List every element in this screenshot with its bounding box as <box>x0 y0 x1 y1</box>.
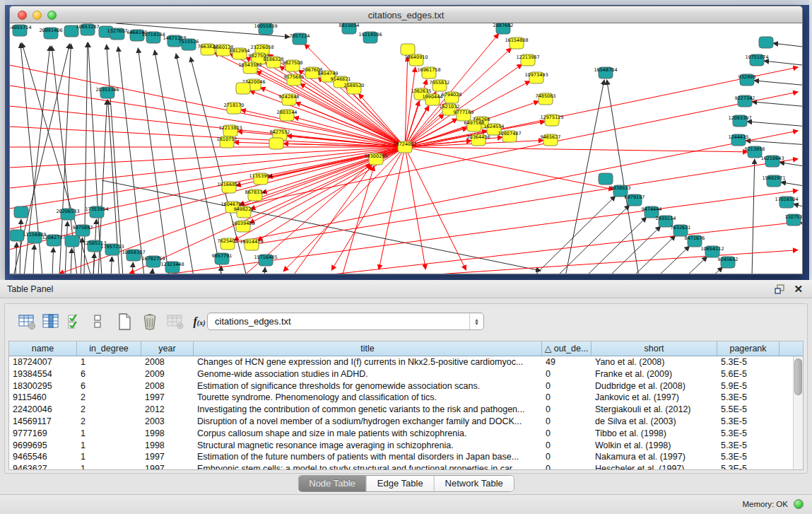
graph-node-label: 11353994 <box>249 173 272 179</box>
graph-node[interactable] <box>401 44 415 55</box>
select-columns-icon[interactable] <box>40 311 61 332</box>
table-browser: f(x) citations_edges.txt ▲▼ namein_degre… <box>4 303 808 474</box>
network-desktop: citations_edges.txt 14055714208914061065… <box>0 0 812 280</box>
table-cell: 1998 <box>141 428 194 440</box>
table-row[interactable]: 1938455462009Genome-wide association stu… <box>9 368 803 380</box>
graph-node-label: 10958107 <box>122 250 145 255</box>
table-settings-icon[interactable] <box>16 311 37 332</box>
graph-edge <box>752 102 802 107</box>
table-cell: 0 <box>542 451 592 463</box>
close-panel-icon[interactable]: ✕ <box>794 283 803 296</box>
graph-node-label: 9474444 <box>642 206 662 212</box>
graph-node-label: 7515526 <box>179 39 199 45</box>
table-row[interactable]: 969969511998Structural magnetic resonanc… <box>9 440 803 452</box>
column-header-name[interactable]: name <box>9 341 77 356</box>
table-cell: Tourette syndrome. Phenomenology and cla… <box>194 392 542 404</box>
graph-edge <box>794 204 802 208</box>
table-cell: 5.3E-5 <box>717 392 779 404</box>
table-cell: 2 <box>77 416 141 428</box>
new-document-icon[interactable] <box>114 311 135 332</box>
application-window: citations_edges.txt 14055714208914061065… <box>0 0 812 514</box>
table-cell: Genome-wide association studies in ADHD. <box>194 368 542 380</box>
table-row[interactable]: 2242004622012Investigating the contribut… <box>9 404 803 416</box>
table-cell: 5.3E-5 <box>717 440 779 452</box>
graph-node[interactable] <box>236 83 250 94</box>
table-cell: 1 <box>77 356 141 368</box>
graph-node[interactable] <box>759 37 773 48</box>
graph-edge <box>33 245 35 274</box>
column-header-out_de[interactable]: △ out_de... <box>542 341 592 356</box>
table-cell: Structural magnetic resonance image aver… <box>194 440 542 452</box>
scrollbar-thumb[interactable] <box>794 358 802 395</box>
table-cell: Wolkin et al. (1998) <box>592 440 717 452</box>
column-header-in_degree[interactable]: in_degree <box>77 341 141 356</box>
table-cell: Estimation of the future numbers of pati… <box>194 451 542 463</box>
table-cell: 2008 <box>141 380 194 392</box>
table-cell: 1997 <box>141 451 194 463</box>
graph-node-label: 16154808 <box>505 37 528 43</box>
delete-icon[interactable] <box>139 311 160 332</box>
column-header-title[interactable]: title <box>194 341 542 356</box>
graph-node-label: 2718170 <box>224 103 245 108</box>
graph-node-label: 9827508 <box>283 60 303 66</box>
graph-edge <box>228 131 798 244</box>
graph-edge <box>342 166 374 274</box>
graph-node-label: 16039488 <box>231 221 254 226</box>
table-row[interactable]: 1872400712008Changes of HCN gene express… <box>9 356 803 368</box>
column-header-pagerank[interactable]: pagerank <box>717 341 779 356</box>
graph-node[interactable] <box>65 235 79 247</box>
column-header-short[interactable]: short <box>592 341 717 356</box>
table-cell: 18300295 <box>9 380 77 392</box>
graph-node[interactable] <box>599 173 613 185</box>
graph-edge <box>241 110 405 147</box>
graph-node-label: 2803144 <box>277 110 298 115</box>
table-selector-dropdown[interactable]: citations_edges.txt ▲▼ <box>207 313 484 330</box>
graph-node[interactable] <box>10 230 24 241</box>
graph-node[interactable] <box>269 138 283 149</box>
tab-edge-table[interactable]: Edge Table <box>367 476 435 491</box>
table-cell: 1997 <box>141 392 194 404</box>
table-vertical-scrollbar[interactable] <box>793 356 803 469</box>
network-canvas[interactable]: 1405571420891406106532871327607646616010… <box>9 23 803 274</box>
table-row[interactable]: 911546021997Tourette syndrome. Phenomeno… <box>9 392 803 404</box>
graph-node-label: 10807487 <box>498 131 521 136</box>
graph-node-label: 6794028 <box>442 92 462 98</box>
column-header-year[interactable]: year <box>141 341 194 356</box>
table-panel-title: Table Panel <box>7 284 53 294</box>
graph-node-label: 10973493 <box>524 72 548 78</box>
table-row[interactable]: 946362711997Embryonic stem cells: a mode… <box>9 463 803 470</box>
citation-network-graph[interactable]: 1405571420891406106532871327607646616010… <box>10 23 802 274</box>
graph-node-label: 6497568 <box>464 120 485 126</box>
graph-node[interactable] <box>14 206 28 218</box>
graph-node-label: 18300295 <box>364 153 387 159</box>
float-panel-icon[interactable] <box>775 284 785 294</box>
graph-edge <box>65 221 68 274</box>
table-row[interactable]: 946554611997Estimation of the future num… <box>9 451 803 463</box>
desktop-left-edge <box>0 0 5 280</box>
graph-edge <box>111 257 112 274</box>
table-cell: 1 <box>77 428 141 440</box>
graph-node-label: 110753 <box>785 214 802 220</box>
graph-edge <box>176 54 222 274</box>
graph-edge <box>752 159 755 274</box>
table-cell: 0 <box>542 392 592 404</box>
graph-edge <box>10 127 405 147</box>
graph-node-label: 10719184 <box>141 32 165 37</box>
table-cell: Corpus callosum shape and size in male p… <box>194 428 542 440</box>
column-checklist-icon[interactable] <box>64 311 86 332</box>
table-row[interactable]: 1830029562008Estimation of significance … <box>9 380 803 392</box>
row-height-icon[interactable] <box>87 311 108 332</box>
table-row[interactable]: 977716911998Corpus callosum shape and si… <box>9 428 803 440</box>
table-cell: 1 <box>77 440 141 452</box>
network-window-titlebar[interactable]: citations_edges.txt <box>9 6 803 23</box>
table-row[interactable]: 1456911722003Disruption of a novel membe… <box>9 416 803 428</box>
graph-edge <box>107 45 123 274</box>
graph-node-label: 16961758 <box>417 67 440 73</box>
table-cell: 1 <box>77 451 141 463</box>
graph-node-label: 8912954 <box>230 48 250 54</box>
table-cell: 5.9E-5 <box>717 380 779 392</box>
tab-network-table[interactable]: Network Table <box>435 476 514 491</box>
graph-node-label: 1244415 <box>729 134 749 140</box>
tab-node-table[interactable]: Node Table <box>298 476 367 491</box>
graph-node-label: 12975125 <box>540 115 563 120</box>
